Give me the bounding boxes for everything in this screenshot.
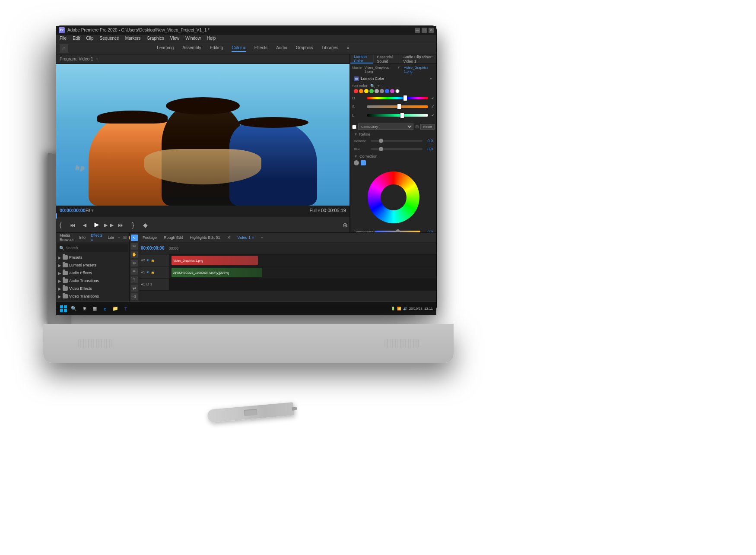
minimize-button[interactable]: — <box>415 32 420 33</box>
new-bin-icon[interactable]: ⊞ <box>123 235 127 240</box>
search-input[interactable] <box>66 246 126 250</box>
export-button[interactable]: ⊕ <box>341 221 349 229</box>
tab-learning[interactable]: Learning <box>157 44 174 52</box>
effect-dropdown[interactable]: ▼ <box>429 76 430 81</box>
folder-audio-transitions[interactable]: ▶ Audio Transitions <box>63 277 129 285</box>
close-button[interactable]: ✕ <box>429 32 430 33</box>
audio-clip-mixer-tab[interactable]: Audio Clip Mixer: Video 1 <box>400 54 430 63</box>
minus-icon[interactable]: - <box>382 84 384 88</box>
menu-file[interactable]: File <box>63 36 67 41</box>
fit-dropdown[interactable]: ▼ <box>90 208 95 213</box>
tab-color[interactable]: Color ≡ <box>232 44 246 52</box>
refine-chevron[interactable]: ▼ <box>354 132 358 136</box>
track-a1-m[interactable]: M <box>146 283 149 286</box>
folder-video-effects[interactable]: ▶ Video Effects <box>63 285 129 292</box>
tab-footage[interactable]: Footage <box>143 235 157 240</box>
menu-view[interactable]: View <box>170 36 180 41</box>
track-a1-s[interactable]: S <box>150 283 152 286</box>
pen-tool[interactable]: ✏ <box>131 268 138 275</box>
play-button[interactable]: ► <box>92 221 101 229</box>
tab-libraries[interactable]: Libraries <box>322 44 338 52</box>
denoise-slider[interactable] <box>371 140 422 142</box>
menu-clip[interactable]: Clip <box>86 36 93 41</box>
tab-rough-edit[interactable]: Rough Edit <box>164 235 183 240</box>
track-tool[interactable]: ◁ <box>131 293 138 300</box>
swatch-gray[interactable] <box>375 89 379 93</box>
color-gray-select[interactable]: Color/Gray <box>358 124 413 130</box>
lumetri-color-tab[interactable]: Lumetri Color <box>350 54 373 63</box>
correction-square[interactable] <box>361 160 366 165</box>
swatch-dark-gray[interactable] <box>380 89 384 93</box>
clip-mxf[interactable]: APACHECO26_190808AT.MXF[V][209%] <box>172 268 262 277</box>
menu-sequence[interactable]: Sequence <box>100 36 119 41</box>
folder-audio-effects[interactable]: ▶ Audio Effects <box>63 269 129 277</box>
swatch-blue[interactable] <box>385 89 389 93</box>
h-slider[interactable] <box>367 97 428 99</box>
swatch-white[interactable] <box>395 89 400 93</box>
folder-presets[interactable]: ▶ Presets <box>63 254 129 261</box>
tab-more[interactable]: » <box>347 44 349 52</box>
mark-out-button[interactable]: } <box>129 221 137 229</box>
home-button[interactable]: ⌂ <box>63 44 68 53</box>
track-v1-eye[interactable]: 👁 <box>146 271 149 274</box>
progress-bar[interactable] <box>63 215 349 217</box>
track-v1-lock[interactable]: 🔒 <box>151 271 155 274</box>
zoom-tool[interactable]: ⊕ <box>131 260 138 266</box>
blur-slider[interactable] <box>371 148 422 150</box>
swatch-yellow[interactable] <box>364 89 368 93</box>
tab-video1[interactable]: Video 1 ≡ <box>238 235 254 240</box>
tab-effects[interactable]: Effects <box>254 44 267 52</box>
forward-frame-button[interactable]: ►► <box>105 221 113 229</box>
type-tool[interactable]: T <box>131 276 138 283</box>
clip-video-graphics[interactable]: Video_Graphics 1.png <box>172 256 258 265</box>
menu-edit[interactable]: Edit <box>73 36 80 41</box>
tab-audio[interactable]: Audio <box>276 44 287 52</box>
razor-tool[interactable]: ✂ <box>131 243 138 249</box>
correction-circle[interactable] <box>354 160 359 165</box>
swatch-red[interactable] <box>354 89 358 93</box>
color-gray-icon[interactable]: ⊞ <box>415 124 419 129</box>
menu-window[interactable]: Window <box>185 36 201 41</box>
add-marker-button[interactable]: ◆ <box>141 221 149 229</box>
tab-libr[interactable]: Libr <box>106 235 116 240</box>
menu-graphics[interactable]: Graphics <box>147 36 164 41</box>
hand-tool[interactable]: ✋ <box>131 251 138 258</box>
color-wheel[interactable] <box>368 171 419 223</box>
maximize-button[interactable]: □ <box>422 32 427 33</box>
stylus-button[interactable] <box>244 409 257 416</box>
swatch-orange[interactable] <box>359 89 363 93</box>
track-v2-eye[interactable]: 👁 <box>146 259 149 262</box>
reset-button[interactable]: Reset <box>420 124 430 130</box>
mark-in-button[interactable]: { <box>63 221 65 229</box>
tab-assembly[interactable]: Assembly <box>182 44 201 52</box>
s-slider[interactable] <box>367 105 428 108</box>
close-tab[interactable]: ✕ <box>227 235 231 240</box>
timeline-more[interactable]: » <box>261 235 263 240</box>
correction-chevron[interactable]: ▼ <box>354 154 358 159</box>
temperature-slider[interactable] <box>375 231 420 232</box>
folder-video-transitions[interactable]: ▶ Video Transitions <box>63 292 129 300</box>
swatch-green[interactable] <box>369 89 374 93</box>
program-monitor-menu[interactable]: ≡ <box>96 57 98 61</box>
l-slider[interactable] <box>367 114 428 117</box>
tab-info[interactable]: Info <box>77 235 87 240</box>
essential-sound-tab[interactable]: Essential Sound <box>373 54 399 63</box>
step-forward-button[interactable]: ⏭ <box>117 221 125 229</box>
folder-lumetri[interactable]: ▶ Lumetri Presets <box>63 261 129 269</box>
menu-markers[interactable]: Markers <box>125 36 141 41</box>
tab-effects[interactable]: Effects ≡ <box>89 233 104 242</box>
tab-editing[interactable]: Editing <box>210 44 223 52</box>
back-frame-button[interactable]: ◄ <box>80 221 89 229</box>
source-link[interactable]: Video_Graphics 1.png <box>404 66 430 73</box>
tab-graphics[interactable]: Graphics <box>296 44 313 52</box>
full-dropdown[interactable]: ▼ <box>317 208 321 213</box>
tab-highlights[interactable]: Highlights Edit 01 <box>190 235 220 240</box>
swatch-magenta[interactable] <box>390 89 394 93</box>
plus-icon[interactable]: + <box>378 84 380 88</box>
track-v2-lock[interactable]: 🔒 <box>151 259 155 262</box>
tab-media-browser[interactable]: Media Browser <box>63 233 76 242</box>
step-back-button[interactable]: ⏮ <box>68 221 77 229</box>
slip-tool[interactable]: ⇄ <box>131 285 138 291</box>
tab-more[interactable]: » <box>118 235 120 240</box>
menu-help[interactable]: Help <box>207 36 216 41</box>
